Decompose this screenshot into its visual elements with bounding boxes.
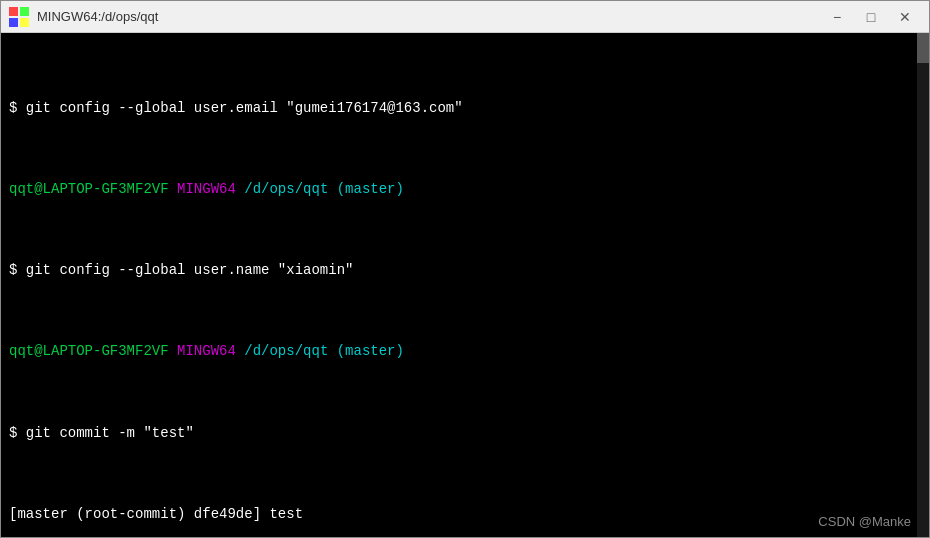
window-title: MINGW64:/d/ops/qqt [37,9,158,24]
terminal-window: MINGW64:/d/ops/qqt − □ ✕ $ git config --… [0,0,930,538]
title-bar-left: MINGW64:/d/ops/qqt [9,7,158,27]
watermark: CSDN @Manke [818,514,911,529]
minimize-button[interactable]: − [821,5,853,29]
window-controls: − □ ✕ [821,5,921,29]
terminal-body[interactable]: $ git config --global user.email "gumei1… [1,33,929,537]
maximize-button[interactable]: □ [855,5,887,29]
title-bar: MINGW64:/d/ops/qqt − □ ✕ [1,1,929,33]
terminal-line-1: $ git config --global user.email "gumei1… [9,98,921,118]
terminal-icon [9,7,29,27]
close-button[interactable]: ✕ [889,5,921,29]
terminal-content: $ git config --global user.email "gumei1… [9,37,921,537]
svg-rect-2 [9,18,18,27]
svg-rect-0 [9,7,18,16]
scrollbar[interactable] [917,33,929,537]
svg-rect-1 [20,7,29,16]
terminal-output-1: [master (root-commit) dfe49de] test [9,504,921,524]
terminal-prompt-2: qqt@LAPTOP-GF3MF2VF MINGW64 /d/ops/qqt (… [9,341,921,361]
svg-rect-3 [20,18,29,27]
terminal-line-3: $ git commit -m "test" [9,423,921,443]
scrollbar-thumb[interactable] [917,33,929,63]
terminal-line-2: $ git config --global user.name "xiaomin… [9,260,921,280]
terminal-prompt-1: qqt@LAPTOP-GF3MF2VF MINGW64 /d/ops/qqt (… [9,179,921,199]
